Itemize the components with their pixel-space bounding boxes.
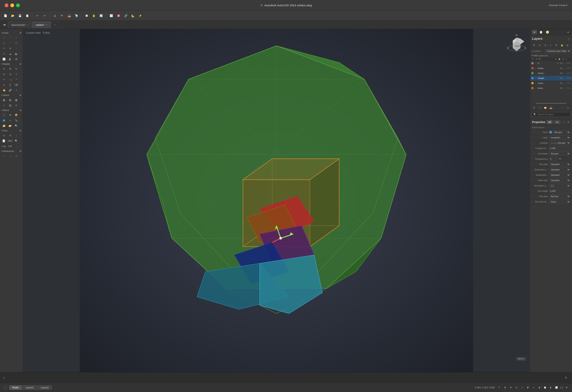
rp-tab-nav[interactable]: 🧭: [545, 30, 550, 34]
tool-hatch[interactable]: ▦: [1, 97, 7, 102]
lineweight-select[interactable]: ByLayer: [549, 152, 570, 156]
toolbar-export[interactable]: 📤: [66, 13, 72, 19]
toolbar-snap5[interactable]: ⚡: [137, 13, 143, 19]
layer-row-icosae[interactable]: ☼ icosae... ✓ De...: [530, 76, 572, 81]
tab-add[interactable]: +: [51, 21, 59, 28]
layer-row-dodec[interactable]: ☼ dodec... De...: [530, 66, 572, 71]
tool-rotate[interactable]: ↻: [13, 66, 19, 71]
toolbar-new[interactable]: 📄: [2, 13, 8, 19]
status-settings[interactable]: ⚙: [564, 385, 569, 390]
tool-hatch4[interactable]: □: [1, 103, 7, 108]
viewport-view-label[interactable]: Custom View: [26, 31, 41, 34]
tab-scroll-left[interactable]: ◀▶: [1, 22, 8, 28]
maximize-btn[interactable]: [16, 3, 20, 7]
tool-point[interactable]: ·: [13, 46, 19, 51]
layer-row-octae[interactable]: ☼ octae... De...: [530, 81, 572, 86]
tool-block6[interactable]: 📎: [13, 118, 19, 123]
layout-add-btn[interactable]: +: [3, 385, 8, 390]
transparency-icon[interactable]: 🌫: [558, 157, 563, 161]
wcs-indicator[interactable]: WCS ▾: [516, 357, 526, 361]
layer-row-tetrae[interactable]: ☼ terae... De...: [530, 86, 572, 91]
viewport-3d[interactable]: Custom View X-Ray: [23, 29, 530, 372]
status-polar[interactable]: ◎: [514, 385, 519, 390]
status-transparency[interactable]: ◑: [537, 385, 542, 390]
rp-expand[interactable]: ⇥: [565, 30, 571, 34]
tool-xline[interactable]: ✕: [7, 46, 13, 51]
text-height-input[interactable]: [549, 189, 572, 193]
toolbar-saveas[interactable]: 📋: [24, 13, 30, 19]
layout2-tab[interactable]: Layout2: [37, 385, 52, 390]
tool-hatch6[interactable]: ⊙: [13, 103, 19, 108]
layer-btn-4[interactable]: 📤: [548, 106, 553, 110]
toolbar-snap1[interactable]: ⬜: [108, 13, 114, 19]
rp-tab-layers[interactable]: ≡: [532, 30, 537, 34]
tool-array[interactable]: ⣿: [7, 82, 13, 87]
tool-region[interactable]: ⬕: [13, 51, 19, 56]
modify-settings-icon[interactable]: ⚙: [19, 63, 21, 65]
tool-offset[interactable]: ≡: [1, 82, 7, 87]
viewport-style-label[interactable]: X-Ray: [43, 31, 50, 34]
status-grid[interactable]: ⠿: [497, 385, 502, 390]
user-menu[interactable]: Goncalo Costa ▾: [549, 4, 567, 7]
tool-text8[interactable]: A▼: [7, 144, 13, 149]
tool-arc[interactable]: ◜: [7, 41, 13, 46]
props-close[interactable]: ✕: [567, 120, 570, 124]
hide-layer-list-btn[interactable]: ▾ Hide Layer List: [530, 54, 572, 57]
status-isolate[interactable]: ◐: [549, 385, 553, 390]
toolbar-snap2[interactable]: 🎯: [115, 13, 122, 19]
props-tab-my[interactable]: My: [554, 120, 560, 124]
tool-text7[interactable]: A▲: [1, 144, 7, 149]
tool-revcloud[interactable]: ☁: [7, 51, 13, 56]
layers-expand-btn[interactable]: ⤢: [568, 37, 570, 40]
tool-hatch3[interactable]: ▩: [13, 97, 19, 102]
tool-spline[interactable]: 〜: [1, 46, 7, 51]
tool-text1[interactable]: A: [1, 133, 7, 138]
minimize-btn[interactable]: [10, 3, 14, 7]
status-osnap[interactable]: ◇: [520, 385, 524, 390]
tool-hatch5[interactable]: ▨: [7, 103, 13, 108]
tab-close-hiperboloide[interactable]: ✕: [27, 24, 29, 26]
status-ortho[interactable]: ⊕: [508, 385, 513, 390]
linetype-select[interactable]: ——— ByLayer: [549, 141, 570, 145]
tool-copy[interactable]: ⧉: [7, 66, 13, 71]
props-expand[interactable]: ⤢: [562, 120, 565, 124]
layer-freeze-all[interactable]: ❄: [554, 43, 559, 47]
tool-stretch[interactable]: ⊹: [13, 72, 19, 77]
layer-btn-minus[interactable]: −: [560, 106, 565, 110]
tool-circle[interactable]: ○: [13, 35, 19, 40]
layer-btn-2[interactable]: +: [537, 106, 542, 110]
toolbar-view[interactable]: 🔲: [83, 13, 90, 19]
layer-btn-1[interactable]: ↻: [532, 106, 537, 110]
navigation-cube[interactable]: N S E W RIGHT: [507, 33, 526, 52]
command-input[interactable]: [7, 376, 561, 379]
multileader-select[interactable]: Standard: [549, 173, 570, 177]
search-layer-input[interactable]: [538, 113, 569, 116]
toolbar-publish[interactable]: 📡: [73, 13, 79, 19]
tool-break[interactable]: ⌇: [13, 88, 19, 93]
tab-close-solidos[interactable]: ✕: [46, 24, 48, 26]
draw-settings-icon[interactable]: ⚙: [19, 32, 21, 34]
layer-select[interactable]: icosaedro: [549, 135, 570, 140]
command-expand[interactable]: ⬆: [563, 375, 569, 381]
tool-text6[interactable]: 🔍: [13, 138, 19, 143]
plot-style-table-select[interactable]: None: [549, 200, 570, 204]
toolbar-orbit[interactable]: 🔄: [98, 13, 104, 19]
status-lineweight[interactable]: ═: [531, 385, 536, 390]
tool-erase[interactable]: ⌫: [13, 82, 19, 87]
toolbar-snap4[interactable]: 📐: [130, 13, 136, 19]
tool-mirror[interactable]: ⇌: [1, 72, 7, 77]
tool-rect[interactable]: □: [1, 41, 7, 46]
plot-style-select[interactable]: ByColor: [549, 194, 570, 199]
tool-block2[interactable]: ⧉: [7, 112, 13, 117]
dim-style-select[interactable]: Standard: [549, 168, 570, 172]
tool-block8[interactable]: 📂: [7, 123, 13, 128]
tool-hatch2[interactable]: ▧: [7, 97, 13, 102]
status-snap[interactable]: ⊞: [503, 385, 507, 390]
layer-delete[interactable]: ✕: [543, 43, 548, 47]
tool-block5[interactable]: ◇: [7, 118, 13, 123]
toolbar-save[interactable]: 💾: [17, 13, 23, 19]
tool-block1[interactable]: ⬛: [1, 112, 7, 117]
annotation-select[interactable]: 1:1: [549, 184, 570, 188]
layer-row-hexae[interactable]: ☼ hexae... De...: [530, 71, 572, 76]
tool-text4[interactable]: 📝: [1, 138, 7, 143]
